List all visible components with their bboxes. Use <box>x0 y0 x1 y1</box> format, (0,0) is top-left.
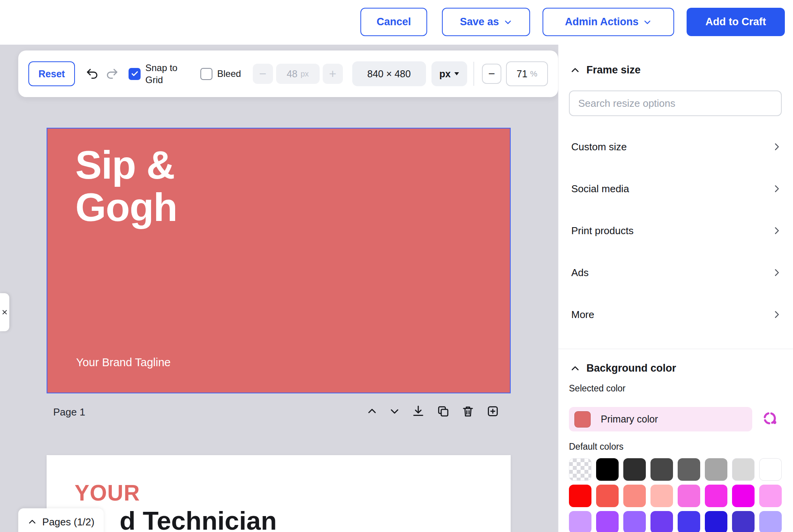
delete-page-icon[interactable] <box>461 405 475 418</box>
sidebar-item-label: Print products <box>571 225 633 237</box>
color-swatch[interactable] <box>678 485 700 507</box>
top-action-bar: Cancel Save as Admin Actions Add to Craf… <box>0 0 793 45</box>
frame-size-header: Frame size <box>570 64 641 76</box>
color-swatch[interactable] <box>569 458 591 481</box>
design-title[interactable]: Sip & Gogh <box>75 144 177 229</box>
editor-window: Cancel Save as Admin Actions Add to Craf… <box>0 0 793 532</box>
grid-size-field: 48 px <box>276 64 320 84</box>
sidebar-item-custom-size[interactable]: Custom size <box>571 134 782 160</box>
color-swatch[interactable] <box>569 485 591 507</box>
frame-dimensions-button[interactable]: 840 × 480 <box>352 61 426 86</box>
chevron-right-icon <box>772 268 782 278</box>
background-color-title: Background color <box>586 362 676 374</box>
grid-size-unit: px <box>301 70 309 78</box>
page-1-label: Page 1 <box>53 406 85 418</box>
unit-selector-value: px <box>439 68 450 80</box>
reset-button[interactable]: Reset <box>28 61 75 86</box>
zoom-unit: % <box>530 69 537 78</box>
chevron-right-icon <box>772 226 782 236</box>
cancel-button[interactable]: Cancel <box>360 8 427 36</box>
chevron-right-icon <box>772 309 782 320</box>
download-page-icon[interactable] <box>412 405 425 418</box>
add-page-icon[interactable] <box>486 405 499 418</box>
reset-label: Reset <box>38 68 65 80</box>
sidebar-item-social-media[interactable]: Social media <box>571 176 782 202</box>
admin-actions-button[interactable]: Admin Actions <box>543 8 674 36</box>
collapse-panel-tab[interactable] <box>0 293 9 331</box>
design-title-line1: Sip & <box>75 144 177 186</box>
zoom-field[interactable]: 71 % <box>506 61 548 86</box>
resize-search-input[interactable] <box>569 90 782 116</box>
default-colors-grid <box>569 458 782 532</box>
color-swatch[interactable] <box>705 485 727 507</box>
design-page-1[interactable]: Sip & Gogh Your Brand Tagline <box>47 128 511 393</box>
grid-size-increase-button: + <box>323 64 343 84</box>
close-icon <box>2 309 8 315</box>
sidebar-item-label: Ads <box>571 267 589 279</box>
color-swatch[interactable] <box>732 458 755 481</box>
sidebar-divider <box>558 349 793 349</box>
grid-size-decrease-button: − <box>253 64 273 84</box>
check-icon <box>131 70 139 78</box>
snap-to-grid-checkbox[interactable] <box>129 68 141 80</box>
color-swatch[interactable] <box>596 458 619 481</box>
design-page-2[interactable]: YOUR d Technician <box>47 455 511 532</box>
selected-color-label: Selected color <box>569 383 626 394</box>
color-swatch[interactable] <box>759 458 782 481</box>
sidebar-item-ads[interactable]: Ads <box>571 260 782 285</box>
design-title-line2: Gogh <box>75 186 177 229</box>
primary-color-name: Primary color <box>601 414 658 425</box>
color-swatch[interactable] <box>732 485 755 507</box>
frame-size-title: Frame size <box>586 64 641 76</box>
page-actions <box>367 405 499 418</box>
color-wheel-icon[interactable] <box>762 410 778 427</box>
bleed-control: Bleed <box>200 68 241 80</box>
color-swatch[interactable] <box>705 511 727 532</box>
color-swatch[interactable] <box>705 458 727 481</box>
add-to-craft-button[interactable]: Add to Craft <box>687 8 785 36</box>
color-swatch[interactable] <box>678 458 700 481</box>
collapse-background-color-icon[interactable] <box>570 363 580 374</box>
grid-size-stepper: − 48 px + <box>253 64 343 84</box>
color-swatch[interactable] <box>678 511 700 532</box>
chevron-right-icon <box>772 184 782 194</box>
color-swatch[interactable] <box>650 511 673 532</box>
selected-color-pill[interactable]: Primary color <box>569 407 752 431</box>
move-page-down-icon[interactable] <box>389 406 400 417</box>
sidebar-item-label: Social media <box>571 183 629 195</box>
add-to-craft-label: Add to Craft <box>706 16 766 28</box>
color-swatch[interactable] <box>623 458 646 481</box>
sidebar-item-label: More <box>571 309 594 321</box>
duplicate-page-icon[interactable] <box>436 405 450 418</box>
color-swatch[interactable] <box>596 511 619 532</box>
save-as-label: Save as <box>460 16 499 28</box>
zoom-out-button[interactable]: − <box>482 64 501 84</box>
design-tagline[interactable]: Your Brand Tagline <box>76 356 170 369</box>
unit-selector-button[interactable]: px <box>431 61 467 86</box>
color-swatch[interactable] <box>650 485 673 507</box>
undo-icon[interactable] <box>86 67 99 80</box>
color-swatch[interactable] <box>569 511 591 532</box>
bleed-checkbox[interactable] <box>200 68 212 80</box>
color-swatch[interactable] <box>759 511 782 532</box>
move-page-up-icon[interactable] <box>367 406 377 417</box>
toolbar-divider <box>473 62 474 86</box>
collapse-frame-size-icon[interactable] <box>570 65 580 75</box>
page2-heading-technician: d Technician <box>120 506 277 532</box>
save-as-button[interactable]: Save as <box>442 8 530 36</box>
sidebar-item-more[interactable]: More <box>571 302 782 327</box>
sidebar-item-label: Custom size <box>571 141 627 153</box>
primary-color-swatch <box>574 411 591 428</box>
sidebar-item-print-products[interactable]: Print products <box>571 218 782 243</box>
page2-heading-your: YOUR <box>75 480 140 506</box>
color-swatch[interactable] <box>623 511 646 532</box>
color-swatch[interactable] <box>650 458 673 481</box>
color-swatch[interactable] <box>732 511 755 532</box>
zoom-value: 71 <box>516 68 527 80</box>
chevron-down-icon <box>643 18 652 26</box>
redo-icon[interactable] <box>105 67 118 80</box>
color-swatch[interactable] <box>623 485 646 507</box>
color-swatch[interactable] <box>759 485 782 507</box>
color-swatch[interactable] <box>596 485 619 507</box>
pages-panel-toggle[interactable]: Pages (1/2) <box>18 508 104 532</box>
